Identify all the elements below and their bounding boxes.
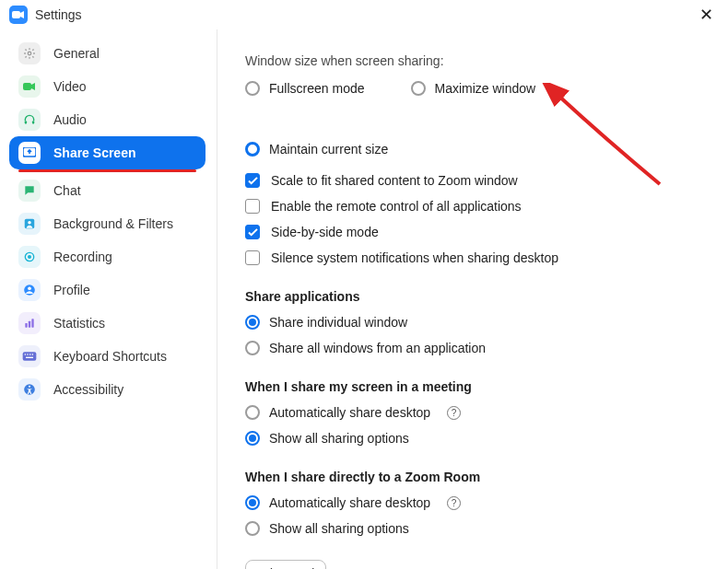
checkbox-icon [245, 225, 260, 239]
radio-room-show[interactable]: Show all sharing options [245, 521, 715, 536]
svg-rect-17 [27, 354, 28, 354]
radio-label: Maximize window [435, 81, 536, 96]
statistics-icon [18, 312, 41, 334]
radio-icon [411, 81, 426, 96]
radio-maximize[interactable]: Maximize window [411, 81, 536, 96]
radio-meeting-auto[interactable]: Automatically share desktop ? [245, 405, 715, 420]
radio-label: Fullscreen mode [269, 81, 365, 96]
sidebar-item-label: Statistics [53, 316, 105, 331]
gear-icon [18, 42, 41, 64]
radio-icon [245, 81, 260, 96]
window-size-label: Window size when screen sharing: [245, 53, 715, 68]
sidebar-item-label: Share Screen [53, 145, 136, 160]
accessibility-icon [18, 378, 41, 401]
sidebar-item-label: Accessibility [53, 382, 123, 397]
svg-point-1 [28, 52, 31, 55]
svg-rect-18 [29, 354, 30, 354]
checkbox-icon [245, 199, 260, 214]
svg-rect-12 [25, 323, 27, 328]
sidebar-item-video[interactable]: Video [9, 70, 205, 103]
radio-maintain[interactable]: Maintain current size [245, 142, 388, 157]
share-meeting-heading: When I share my screen in a meeting [245, 379, 715, 394]
sidebar-item-label: Profile [53, 283, 90, 297]
radio-room-auto[interactable]: Automatically share desktop ? [245, 495, 715, 510]
check-label: Enable the remote control of all applica… [271, 199, 522, 214]
sidebar-item-accessibility[interactable]: Accessibility [9, 373, 205, 406]
check-label: Side-by-side mode [271, 225, 379, 239]
check-sbs[interactable]: Side-by-side mode [245, 225, 715, 239]
svg-rect-20 [26, 357, 33, 358]
content-panel: Window size when screen sharing: Fullscr… [217, 29, 728, 569]
recording-icon [18, 246, 41, 268]
checkbox-icon [245, 173, 260, 188]
profile-icon [18, 279, 41, 301]
sidebar-item-label: Recording [53, 250, 112, 264]
sidebar-item-statistics[interactable]: Statistics [9, 307, 205, 340]
sidebar-item-recording[interactable]: Recording [9, 240, 205, 273]
svg-rect-16 [25, 354, 26, 354]
svg-rect-19 [32, 354, 33, 354]
radio-label: Share individual window [269, 315, 407, 330]
svg-rect-2 [23, 83, 31, 90]
annotation-underline [18, 169, 196, 172]
check-silence[interactable]: Silence system notifications when sharin… [245, 250, 715, 265]
radio-label: Maintain current size [269, 142, 388, 157]
check-label: Silence system notifications when sharin… [271, 250, 558, 265]
video-icon [18, 75, 41, 98]
share-room-heading: When I share directly to a Zoom Room [245, 470, 715, 484]
radio-meeting-show[interactable]: Show all sharing options [245, 431, 715, 446]
sidebar-item-label: Chat [53, 183, 81, 198]
radio-label: Share all windows from an application [269, 341, 486, 355]
radio-icon [245, 521, 260, 536]
svg-rect-4 [32, 121, 34, 124]
keyboard-icon [18, 345, 41, 367]
svg-point-11 [28, 286, 31, 290]
titlebar: Settings ✕ [0, 0, 728, 29]
sidebar-item-background-filters[interactable]: Background & Filters [9, 207, 205, 240]
share-screen-icon [18, 142, 41, 164]
svg-point-7 [28, 221, 31, 225]
sidebar-item-label: General [53, 46, 100, 61]
sidebar-item-label: Audio [53, 112, 87, 127]
svg-rect-14 [31, 319, 33, 327]
chat-icon [18, 180, 41, 202]
share-apps-heading: Share applications [245, 289, 715, 304]
radio-icon [245, 431, 260, 446]
svg-rect-15 [23, 352, 37, 360]
sidebar-item-profile[interactable]: Profile [9, 273, 205, 307]
close-icon[interactable]: ✕ [694, 5, 719, 25]
radio-icon [245, 405, 260, 420]
svg-point-9 [28, 255, 31, 259]
radio-share-individual[interactable]: Share individual window [245, 315, 715, 330]
headphones-icon [18, 109, 41, 131]
sidebar-item-label: Background & Filters [53, 216, 173, 231]
sidebar-item-audio[interactable]: Audio [9, 103, 205, 136]
radio-icon [245, 315, 260, 330]
radio-label: Show all sharing options [269, 521, 409, 536]
sidebar-item-share-screen[interactable]: Share Screen [9, 136, 205, 169]
sidebar-item-label: Keyboard Shortcuts [53, 349, 167, 364]
sidebar-item-keyboard-shortcuts[interactable]: Keyboard Shortcuts [9, 340, 205, 373]
window-size-radio-group: Fullscreen mode Maximize window Maintain… [245, 81, 715, 157]
radio-icon [245, 495, 260, 510]
radio-share-all-windows[interactable]: Share all windows from an application [245, 341, 715, 355]
window-title: Settings [35, 7, 82, 22]
help-icon[interactable]: ? [447, 496, 461, 510]
check-scale[interactable]: Scale to fit shared content to Zoom wind… [245, 173, 715, 188]
help-icon[interactable]: ? [447, 406, 461, 420]
sidebar-item-general[interactable]: General [9, 37, 205, 70]
sidebar-item-chat[interactable]: Chat [9, 174, 205, 207]
check-label: Scale to fit shared content to Zoom wind… [271, 173, 518, 188]
background-filters-icon [18, 213, 41, 235]
radio-fullscreen[interactable]: Fullscreen mode [245, 81, 365, 96]
advanced-button[interactable]: Advanced [245, 560, 326, 569]
check-remote[interactable]: Enable the remote control of all applica… [245, 199, 715, 214]
zoom-app-icon [9, 6, 28, 24]
checkbox-icon [245, 250, 260, 265]
svg-point-22 [29, 386, 30, 388]
svg-rect-3 [25, 121, 27, 124]
svg-rect-0 [12, 11, 20, 18]
sidebar-item-label: Video [53, 79, 87, 94]
radio-label: Automatically share desktop [269, 495, 430, 510]
radio-icon [245, 341, 260, 355]
